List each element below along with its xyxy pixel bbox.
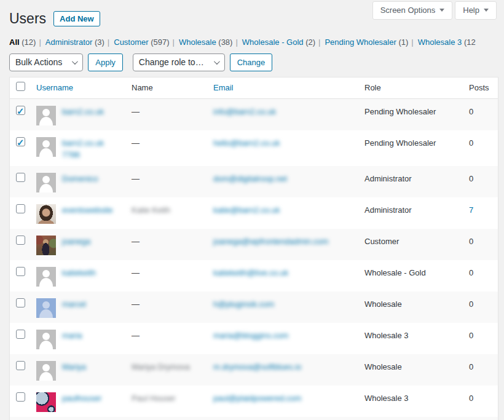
filter-count: (3) (95, 38, 104, 47)
filter-separator: | (108, 38, 109, 47)
user-email-link[interactable]: katiekeith@live.co.uk (213, 268, 288, 277)
row-checkbox[interactable] (16, 267, 25, 276)
username-link[interactable]: maria (62, 330, 82, 342)
user-row: MariyaMariya Drymovam.drymova@softblues.… (10, 354, 498, 386)
user-row: marcel—h@pluginsik.comWholesale0 (10, 291, 498, 323)
user-cell: eventswebsite (36, 204, 119, 224)
user-cell: paulhouser (36, 392, 119, 412)
email-sort-link[interactable]: Email (213, 83, 234, 92)
change-button[interactable]: Change (230, 53, 273, 71)
user-avatar (36, 236, 56, 255)
user-posts-count: 0 (469, 394, 473, 403)
filter-link-wholesale-3[interactable]: Wholesale 3 (418, 38, 462, 47)
user-email-link[interactable]: info@barn2.co.uk (213, 107, 276, 116)
help-label: Help (463, 6, 479, 15)
user-posts-count: 0 (469, 268, 473, 277)
user-name: — (132, 138, 140, 148)
bulk-actions-select[interactable]: Bulk Actions (9, 53, 83, 71)
filter-count: (12) (22, 38, 36, 47)
user-posts-count: 0 (469, 299, 473, 309)
user-email-link[interactable]: katie@barn2.co.uk (213, 205, 280, 215)
filter-item: Pending Wholesaler (1) (325, 38, 408, 47)
select-all-checkbox[interactable] (16, 82, 25, 91)
username-link[interactable]: Domenico (62, 173, 98, 185)
user-avatar (36, 204, 56, 224)
user-name: — (132, 174, 140, 183)
user-email-link[interactable]: m.drymova@softblues.io (213, 362, 301, 371)
user-row: paulhouserPaul Houserpaul@plaidpowered.c… (10, 386, 498, 417)
bulk-actions-toolbar: Bulk Actions Apply Change role to… Chang… (9, 53, 497, 71)
user-avatar (36, 298, 56, 318)
chevron-down-icon (484, 9, 489, 12)
filter-item: Administrator (3) (45, 38, 104, 47)
users-table: Username Name Email Role Posts barn2.co.… (9, 77, 498, 420)
user-name: — (132, 331, 140, 340)
user-email-link[interactable]: maria@bloggins.com (213, 331, 288, 340)
username-sort-link[interactable]: Username (36, 83, 73, 92)
user-name: Mariya Drymova (132, 362, 190, 371)
username-link[interactable]: paulhouser (62, 392, 101, 405)
filter-link-wholesale-gold[interactable]: Wholesale - Gold (242, 38, 304, 47)
user-cell: maria (36, 330, 119, 349)
user-role: Wholesale - Gold (364, 268, 426, 277)
username-link[interactable]: katiekeith (62, 267, 96, 279)
row-checkbox[interactable] (16, 173, 25, 182)
user-row: wpengine—bitbucket@wpengine.comWholesale… (10, 417, 498, 420)
user-posts-count: 0 (469, 107, 473, 116)
row-checkbox[interactable] (16, 361, 25, 370)
user-role: Wholesale (364, 362, 402, 371)
row-checkbox[interactable] (16, 137, 25, 146)
filter-separator: | (39, 38, 41, 47)
filter-link-wholesale[interactable]: Wholesale (179, 38, 216, 47)
filter-count: (12 (464, 38, 476, 47)
username-link[interactable]: marcel (62, 298, 86, 311)
user-role: Administrator (364, 205, 412, 215)
apply-button[interactable]: Apply (88, 53, 123, 71)
help-button[interactable]: Help (455, 1, 497, 20)
row-checkbox[interactable] (16, 106, 25, 115)
user-name: — (132, 107, 140, 116)
user-row: joanega—joanega@wpfrontendadmin.comCusto… (10, 229, 498, 260)
username-link[interactable]: eventswebsite (62, 204, 112, 216)
chevron-down-icon (214, 58, 220, 65)
filter-separator: | (235, 38, 237, 47)
username-link[interactable]: Mariya (62, 361, 86, 373)
column-header-name: Name (125, 77, 207, 99)
add-new-button[interactable]: Add New (53, 11, 100, 26)
user-role: Pending Wholesaler (364, 138, 436, 148)
username-link[interactable]: barn2.co.uk (62, 106, 104, 118)
row-checkbox[interactable] (16, 330, 25, 339)
row-checkbox[interactable] (16, 392, 25, 402)
row-checkbox[interactable] (16, 298, 25, 307)
user-row: eventswebsiteKatie Keithkatie@barn2.co.u… (10, 197, 498, 229)
user-cell: Mariya (36, 361, 119, 381)
user-email-link[interactable]: joanega@wpfrontendadmin.com (213, 237, 328, 246)
user-role: Wholesale (364, 299, 402, 309)
filter-link-administrator[interactable]: Administrator (45, 38, 93, 47)
filter-link-customer[interactable]: Customer (114, 38, 148, 47)
row-checkbox[interactable] (16, 236, 25, 245)
filter-link-pending-wholesaler[interactable]: Pending Wholesaler (325, 38, 396, 47)
username-link[interactable]: barn2.co.uk 7786 (62, 137, 119, 161)
screen-options-button[interactable]: Screen Options (372, 1, 453, 20)
user-posts-count: 0 (469, 174, 473, 183)
username-link[interactable]: joanega (62, 236, 90, 248)
user-cell: katiekeith (36, 267, 119, 287)
filter-separator: | (173, 38, 175, 47)
filter-item: Wholesale - Gold (2) (242, 38, 315, 47)
user-email-link[interactable]: h@pluginsik.com (213, 299, 274, 309)
screen-options-label: Screen Options (380, 6, 436, 15)
user-email-link[interactable]: paul@plaidpowered.com (213, 394, 301, 403)
change-role-select[interactable]: Change role to… (133, 53, 225, 71)
user-email-link[interactable]: dom@digitalroop.net (213, 174, 287, 183)
row-checkbox[interactable] (16, 204, 25, 213)
chevron-down-icon (72, 58, 78, 65)
filter-link-all[interactable]: All (9, 38, 20, 47)
user-email-link[interactable]: hello@barn2.co.uk (213, 138, 280, 148)
user-cell: barn2.co.uk (36, 106, 119, 125)
user-role: Wholesale 3 (364, 331, 409, 340)
user-row: Domenico—dom@digitalroop.netAdministrato… (10, 166, 498, 197)
user-role: Administrator (364, 174, 412, 183)
table-header-row: Username Name Email Role Posts (10, 77, 498, 99)
user-posts-link[interactable]: 7 (469, 205, 473, 215)
